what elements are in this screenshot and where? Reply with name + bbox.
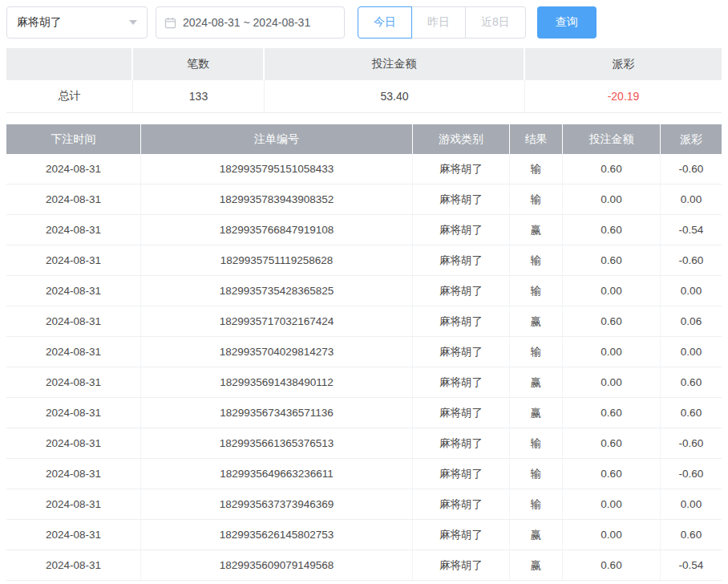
payout-cell: 0.60: [661, 398, 722, 428]
bet-id-cell: 1829935637373946369: [141, 489, 413, 519]
payout-cell: 0.00: [661, 276, 722, 306]
table-row: 2024-08-311829935649663236611麻将胡了输0.60-0…: [6, 459, 722, 489]
bet-amount-cell: 0.00: [563, 520, 661, 550]
result-cell: 输: [510, 428, 563, 458]
bet-time-cell: 2024-08-31: [6, 306, 141, 336]
game-type-cell: 麻将胡了: [413, 337, 510, 367]
bet-time-cell: 2024-08-31: [6, 337, 141, 367]
payout-cell: 0.00: [661, 489, 722, 519]
payout-cell: 0.06: [661, 306, 722, 336]
summary-count-value: 133: [133, 80, 265, 112]
bet-amount-cell: 0.60: [563, 306, 661, 336]
payout-cell: 0.60: [661, 367, 722, 397]
bet-time-cell: 2024-08-31: [6, 154, 141, 184]
game-type-cell: 麻将胡了: [413, 276, 510, 306]
bet-amount-cell: 0.60: [563, 154, 661, 184]
table-row: 2024-08-311829935766847919108麻将胡了赢0.60-0…: [6, 215, 722, 245]
header-bet-time: 下注时间: [6, 124, 141, 154]
summary-header-payout: 派彩: [525, 48, 722, 80]
bet-id-cell: 1829935673436571136: [141, 398, 413, 428]
game-type-cell: 麻将胡了: [413, 367, 510, 397]
result-cell: 输: [510, 245, 563, 275]
result-cell: 赢: [510, 215, 563, 245]
summary-header-empty: [6, 48, 133, 80]
bet-id-cell: 1829935795151058433: [141, 154, 413, 184]
summary-header-count: 笔数: [133, 48, 265, 80]
summary-payout-value: -20.19: [525, 80, 722, 112]
bet-records-table: 下注时间 注单编号 游戏类别 结果 投注金额 派彩 2024-08-311829…: [6, 124, 722, 581]
calendar-icon: [164, 17, 176, 29]
bet-amount-cell: 0.60: [563, 550, 661, 580]
result-cell: 输: [510, 459, 563, 489]
bet-id-cell: 1829935717032167424: [141, 306, 413, 336]
header-game-type: 游戏类别: [413, 124, 510, 154]
bet-id-cell: 1829935783943908352: [141, 185, 413, 214]
bet-id-cell: 1829935766847919108: [141, 215, 413, 245]
game-type-cell: 麻将胡了: [413, 428, 510, 458]
search-button[interactable]: 查询: [537, 6, 597, 39]
payout-cell: 0.00: [661, 185, 722, 214]
quick-range-group: 今日 昨日 近8日: [358, 6, 526, 39]
bet-id-cell: 1829935661365376513: [141, 428, 413, 458]
game-type-cell: 麻将胡了: [413, 459, 510, 489]
table-row: 2024-08-311829935735428365825麻将胡了输0.000.…: [6, 276, 722, 306]
bet-time-cell: 2024-08-31: [6, 215, 141, 245]
result-cell: 输: [510, 185, 563, 214]
bet-time-cell: 2024-08-31: [6, 245, 141, 275]
game-select-value: 麻将胡了: [17, 15, 62, 30]
table-row: 2024-08-311829935783943908352麻将胡了输0.000.…: [6, 185, 722, 215]
result-cell: 赢: [510, 520, 563, 550]
table-row: 2024-08-311829935704029814273麻将胡了输0.000.…: [6, 337, 722, 367]
table-row: 2024-08-311829935795151058433麻将胡了输0.60-0…: [6, 154, 722, 185]
bet-amount-cell: 0.60: [563, 428, 661, 458]
summary-total-label: 总计: [6, 80, 133, 112]
payout-cell: -0.60: [661, 245, 722, 275]
bet-id-cell: 1829935609079149568: [141, 550, 413, 580]
bet-amount-cell: 0.60: [563, 459, 661, 489]
payout-cell: -0.54: [661, 215, 722, 245]
header-result: 结果: [510, 124, 563, 154]
bet-amount-cell: 0.60: [563, 398, 661, 428]
bet-time-cell: 2024-08-31: [6, 367, 141, 397]
bet-amount-cell: 0.00: [563, 276, 661, 306]
table-row: 2024-08-311829935717032167424麻将胡了赢0.600.…: [6, 306, 722, 337]
game-type-cell: 麻将胡了: [413, 550, 510, 580]
bet-id-cell: 1829935704029814273: [141, 337, 413, 367]
game-select[interactable]: 麻将胡了: [6, 6, 148, 39]
bet-amount-cell: 0.00: [563, 185, 661, 214]
summary-table: 笔数 投注金额 派彩 总计 133 53.40 -20.19: [6, 48, 722, 113]
date-range-value: 2024-08-31 ~ 2024-08-31: [183, 16, 310, 29]
header-payout: 派彩: [661, 124, 722, 154]
bet-time-cell: 2024-08-31: [6, 489, 141, 519]
today-button[interactable]: 今日: [358, 6, 412, 39]
payout-cell: 0.00: [661, 337, 722, 367]
bet-time-cell: 2024-08-31: [6, 428, 141, 458]
yesterday-button[interactable]: 昨日: [411, 6, 466, 39]
table-row: 2024-08-311829935609079149568麻将胡了赢0.60-0…: [6, 550, 722, 581]
summary-bet-amount-value: 53.40: [265, 80, 525, 112]
result-cell: 输: [510, 276, 563, 306]
game-type-cell: 麻将胡了: [413, 185, 510, 214]
date-range-input[interactable]: 2024-08-31 ~ 2024-08-31: [156, 6, 345, 39]
summary-total-row: 总计 133 53.40 -20.19: [6, 80, 722, 113]
game-type-cell: 麻将胡了: [413, 306, 510, 336]
bet-id-cell: 1829935626145802753: [141, 520, 413, 550]
bet-time-cell: 2024-08-31: [6, 520, 141, 550]
bet-time-cell: 2024-08-31: [6, 185, 141, 214]
summary-header-row: 笔数 投注金额 派彩: [6, 48, 722, 80]
payout-cell: 0.60: [661, 520, 722, 550]
bet-id-cell: 1829935751119258628: [141, 245, 413, 275]
game-type-cell: 麻将胡了: [413, 520, 510, 550]
last-8-days-button[interactable]: 近8日: [465, 6, 526, 39]
header-bet-id: 注单编号: [141, 124, 413, 154]
result-cell: 赢: [510, 306, 563, 336]
result-cell: 输: [510, 337, 563, 367]
table-header-row: 下注时间 注单编号 游戏类别 结果 投注金额 派彩: [6, 124, 722, 154]
table-row: 2024-08-311829935751119258628麻将胡了输0.60-0…: [6, 245, 722, 276]
toolbar: 麻将胡了 2024-08-31 ~ 2024-08-31 今日 昨日 近8日 查…: [0, 0, 728, 39]
summary-header-bet-amount: 投注金额: [265, 48, 525, 80]
game-type-cell: 麻将胡了: [413, 215, 510, 245]
bet-amount-cell: 0.00: [563, 337, 661, 367]
result-cell: 输: [510, 154, 563, 184]
bet-time-cell: 2024-08-31: [6, 398, 141, 428]
